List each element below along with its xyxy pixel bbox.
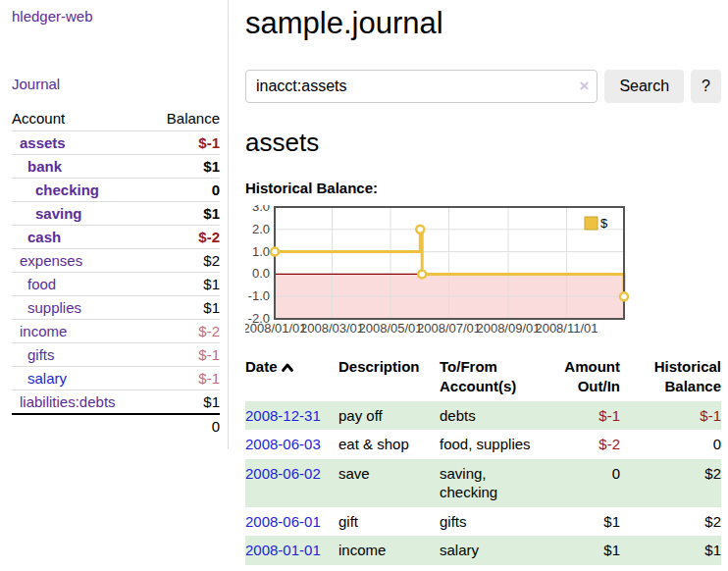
transaction-amount: $1 xyxy=(549,536,628,565)
account-balance: $1 xyxy=(149,390,220,415)
transaction-amount: $1 xyxy=(549,507,628,537)
account-balance: $-1 xyxy=(149,343,220,367)
account-balance-table: Account Balance assets$-1bank$1checking0… xyxy=(12,106,220,438)
search-form: × Search ? xyxy=(245,70,721,103)
transaction-date-link[interactable]: 2008-06-01 xyxy=(245,513,321,530)
account-row: income$-2 xyxy=(12,320,220,343)
chart-y-tick-label: 0.0 xyxy=(252,266,270,281)
chart-data-point xyxy=(620,292,628,300)
account-balance: $1 xyxy=(149,155,220,179)
amount-column-header: Amount Out/In xyxy=(549,355,628,401)
main-content: sample.journal × Search ? assets Histori… xyxy=(229,0,728,571)
chart-y-tick-label: -1.0 xyxy=(248,288,270,303)
transaction-row: 2008-06-02savesaving, checking0$2 xyxy=(245,459,721,507)
sidebar-item-journal[interactable]: Journal xyxy=(12,76,60,92)
search-button[interactable]: Search xyxy=(604,70,684,103)
account-row: salary$-1 xyxy=(12,367,220,390)
transaction-description: eat & shop xyxy=(338,430,440,459)
accounts-column-header: To/From Account(s) xyxy=(440,355,549,401)
app-layout: hledger-web Journal Account Balance asse… xyxy=(0,0,728,571)
balance-column-header: Balance xyxy=(149,106,220,131)
account-link[interactable]: cash xyxy=(27,229,61,245)
transaction-accounts: saving, checking xyxy=(440,459,549,507)
chart-x-tick-label: 2008/01/01 xyxy=(245,321,307,336)
transaction-amount: $-1 xyxy=(549,401,628,431)
account-balance: $2 xyxy=(149,249,220,273)
transaction-accounts: salary xyxy=(440,536,549,565)
chart-x-tick-label: 2008/11/01 xyxy=(535,321,598,336)
account-balance: 0 xyxy=(149,179,220,202)
account-balance: $-1 xyxy=(149,367,220,390)
transaction-date-link[interactable]: 2008-06-02 xyxy=(245,465,321,482)
account-link[interactable]: liabilities:debts xyxy=(20,393,116,410)
chart-x-tick-label: 2008/03/01 xyxy=(300,321,364,336)
transaction-accounts: debts xyxy=(440,401,549,431)
transaction-row: 2008-12-31pay offdebts$-1$-1 xyxy=(245,401,721,431)
transaction-balance: 0 xyxy=(628,430,721,459)
transaction-balance: $2 xyxy=(628,459,721,507)
date-column-header[interactable]: Date xyxy=(245,355,338,401)
chart-legend-swatch xyxy=(585,217,598,230)
account-link[interactable]: salary xyxy=(27,370,67,387)
help-button[interactable]: ? xyxy=(691,70,721,103)
app-title-link[interactable]: hledger-web xyxy=(12,8,93,25)
historical-balance-chart: $3.02.01.00.0-1.0-2.02008/01/012008/03/0… xyxy=(245,205,721,341)
transaction-amount: $-2 xyxy=(549,430,628,459)
account-link[interactable]: checking xyxy=(35,182,99,198)
transaction-description: save xyxy=(338,459,440,507)
account-link[interactable]: saving xyxy=(35,205,82,222)
transaction-date-link[interactable]: 2008-12-31 xyxy=(245,407,321,424)
account-link[interactable]: income xyxy=(20,323,67,339)
transaction-date-link[interactable]: 2008-06-03 xyxy=(245,436,321,452)
account-row: food$1 xyxy=(12,273,220,296)
transaction-description: income xyxy=(338,536,440,565)
account-table-header: Account Balance xyxy=(12,106,220,131)
account-link[interactable]: assets xyxy=(20,134,66,151)
search-input[interactable] xyxy=(245,70,598,103)
search-box: × xyxy=(245,70,598,103)
account-link[interactable]: expenses xyxy=(20,252,82,269)
account-row: liabilities:debts$1 xyxy=(12,390,220,415)
account-column-header: Account xyxy=(12,106,149,131)
transaction-row: 2008-06-01giftgifts$1$2 xyxy=(245,507,721,537)
account-link[interactable]: food xyxy=(27,276,56,292)
register-table: Date Description To/From Account(s) Amou… xyxy=(245,355,721,565)
account-row: supplies$1 xyxy=(12,296,220,320)
transaction-description: gift xyxy=(338,507,440,537)
transaction-date-link[interactable]: 2008-01-01 xyxy=(245,542,321,558)
account-row: cash$-2 xyxy=(12,226,220,249)
chart-y-tick-label: 3.0 xyxy=(252,205,270,214)
account-balance: $1 xyxy=(149,202,220,226)
clear-search-icon[interactable]: × xyxy=(579,78,589,94)
chart-data-point xyxy=(418,270,426,278)
balance-chart-svg: $3.02.01.00.0-1.0-2.02008/01/012008/03/0… xyxy=(245,205,634,338)
account-link[interactable]: supplies xyxy=(27,299,81,316)
account-row: bank$1 xyxy=(12,155,220,179)
account-balance: $1 xyxy=(149,296,220,320)
account-total-row: 0 xyxy=(12,414,220,438)
chart-data-point xyxy=(271,248,279,256)
account-total-balance: 0 xyxy=(149,414,220,438)
transaction-balance: $1 xyxy=(628,536,721,565)
chart-x-tick-label: 2008/05/01 xyxy=(358,321,422,336)
transaction-balance: $2 xyxy=(628,507,721,537)
chart-data-point xyxy=(416,226,424,234)
account-heading: assets xyxy=(245,128,721,158)
transaction-row: 2008-01-01incomesalary$1$1 xyxy=(245,536,721,565)
chart-y-tick-label: 1.0 xyxy=(252,244,270,259)
account-link[interactable]: bank xyxy=(27,158,62,175)
transaction-description: pay off xyxy=(338,401,440,431)
chart-title: Historical Balance: xyxy=(245,180,721,196)
chart-legend-label: $ xyxy=(600,216,608,231)
description-column-header: Description xyxy=(338,355,440,401)
account-row: checking0 xyxy=(12,179,220,202)
transaction-balance: $-1 xyxy=(628,401,721,431)
sidebar: hledger-web Journal Account Balance asse… xyxy=(0,0,229,449)
page-title: sample.journal xyxy=(245,6,721,41)
account-total-spacer xyxy=(12,414,149,438)
account-link[interactable]: gifts xyxy=(27,346,55,363)
chart-y-tick-label: 2.0 xyxy=(252,222,270,236)
register-table-header: Date Description To/From Account(s) Amou… xyxy=(245,355,721,401)
account-balance: $1 xyxy=(149,273,220,296)
account-balance: $-2 xyxy=(149,320,220,343)
